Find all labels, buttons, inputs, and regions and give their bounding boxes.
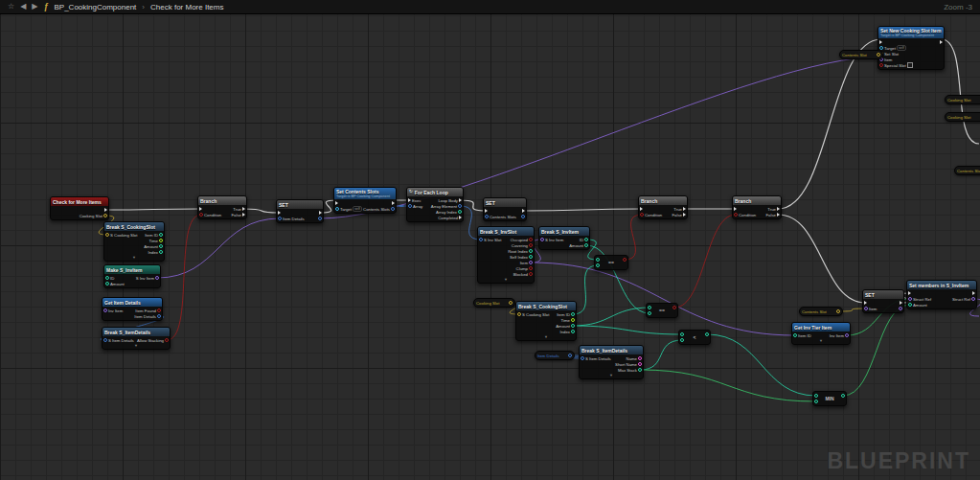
node-header[interactable]: Break S_ItemDetails bbox=[103, 328, 170, 336]
special-slot-pin[interactable] bbox=[879, 63, 883, 67]
node-header[interactable]: Branch bbox=[198, 196, 246, 205]
item-details-pin[interactable] bbox=[278, 217, 282, 220]
allow-stacking-pin[interactable] bbox=[165, 338, 169, 342]
short-name-pin[interactable] bbox=[638, 362, 642, 366]
array-index-pin[interactable] bbox=[458, 210, 462, 214]
blueprint-graph-canvas[interactable]: ☆ ◀ ▶ ƒ BP_CookingComponent › Check for … bbox=[0, 0, 980, 480]
inv-item-pin[interactable] bbox=[845, 333, 849, 337]
node-header[interactable]: Break S_CookingSlot bbox=[104, 222, 164, 231]
node-header[interactable]: Branch bbox=[733, 196, 781, 205]
node-header[interactable]: Set New Cooking Slot ItemTarget is BP Co… bbox=[878, 27, 944, 38]
collapse-arrow-icon[interactable]: ▼ bbox=[478, 278, 534, 283]
cooking-slot-pin[interactable] bbox=[103, 214, 107, 217]
id-pin[interactable] bbox=[584, 238, 588, 241]
id-pin[interactable] bbox=[105, 276, 109, 280]
node-get_item_details[interactable]: Get Item DetailsInv ItemItem FoundItem D… bbox=[102, 297, 163, 321]
clump-pin[interactable] bbox=[529, 266, 533, 270]
item-id-pin[interactable] bbox=[793, 333, 797, 337]
s-inv-item-pin[interactable] bbox=[540, 238, 544, 241]
inv-item-pin[interactable] bbox=[103, 309, 107, 312]
node-pill_contents_slot_3[interactable]: Contents Slot bbox=[799, 307, 843, 316]
exec-pin[interactable] bbox=[900, 301, 902, 305]
node-header[interactable]: Break S_InvItem bbox=[539, 227, 589, 236]
item-found-pin[interactable] bbox=[157, 309, 161, 312]
exec-pin[interactable] bbox=[392, 201, 395, 205]
node-header[interactable]: SET bbox=[277, 200, 323, 209]
item-pin[interactable] bbox=[529, 261, 533, 264]
amount-pin[interactable] bbox=[584, 243, 588, 247]
int-pin[interactable] bbox=[680, 338, 684, 342]
collapse-arrow-icon[interactable]: ▼ bbox=[792, 339, 850, 344]
exec-pin[interactable] bbox=[104, 208, 107, 212]
item-id-pin[interactable] bbox=[159, 233, 163, 237]
int-pin[interactable] bbox=[648, 311, 651, 315]
exec-pin[interactable] bbox=[485, 209, 488, 213]
breadcrumb-current[interactable]: Check for More Items bbox=[150, 3, 223, 11]
item-details-pin[interactable] bbox=[157, 314, 161, 318]
item-pin[interactable] bbox=[864, 307, 868, 310]
s-cooking-slot-pin[interactable] bbox=[517, 312, 521, 316]
node-header[interactable]: Get Inv Tier Item bbox=[792, 323, 850, 331]
true-pin[interactable] bbox=[683, 207, 686, 211]
target-pin[interactable] bbox=[335, 207, 339, 211]
exec-pin[interactable] bbox=[408, 198, 411, 202]
node-set_new_cooking_slot_item[interactable]: Set New Cooking Slot ItemTarget is BP Co… bbox=[877, 26, 945, 70]
bool-pin[interactable] bbox=[623, 258, 627, 262]
array-pin[interactable] bbox=[408, 204, 412, 208]
exec-pin[interactable] bbox=[940, 40, 943, 44]
pin-default-value[interactable]: self bbox=[353, 206, 362, 212]
node-break_item_details_1[interactable]: Break S_ItemDetailsS Item DetailsAllow S… bbox=[102, 327, 171, 350]
exec-pin[interactable] bbox=[335, 201, 338, 205]
node-break_cooking_slot_2[interactable]: Break S_CookingSlotS Cooking SlotItem ID… bbox=[515, 301, 577, 341]
int-pin[interactable] bbox=[814, 400, 818, 403]
cooking-slot-pin[interactable] bbox=[509, 301, 513, 305]
true-pin[interactable] bbox=[242, 207, 245, 211]
node-set_contents_slots[interactable]: Set Contents SlotsTarget is BP Cooking C… bbox=[333, 187, 397, 214]
node-foreach_loop[interactable]: ↻For Each LoopExecLoop BodyArrayArray El… bbox=[406, 187, 464, 222]
node-header[interactable]: Break S_ItemDetails bbox=[580, 346, 643, 354]
false-pin[interactable] bbox=[777, 213, 780, 217]
int-pin[interactable] bbox=[648, 306, 651, 309]
condition-pin[interactable] bbox=[640, 213, 644, 217]
struct-ref-pin[interactable] bbox=[971, 297, 975, 301]
exec-pin[interactable] bbox=[199, 207, 202, 211]
int-pin[interactable] bbox=[596, 258, 600, 262]
contents-slot-pin[interactable] bbox=[877, 53, 880, 57]
time-pin[interactable] bbox=[571, 318, 575, 322]
node-break_cooking_slot_1[interactable]: Break S_CookingSlotS Cooking SlotItem ID… bbox=[103, 221, 165, 262]
exec-pin[interactable] bbox=[640, 207, 643, 211]
amount-pin[interactable] bbox=[105, 282, 109, 286]
node-pill_cooking_slot_1[interactable]: Cooking Slot bbox=[473, 298, 515, 308]
s-item-details-pin[interactable] bbox=[581, 356, 584, 360]
time-pin[interactable] bbox=[159, 239, 163, 242]
s-inv-slot-pin[interactable] bbox=[479, 238, 483, 241]
max-stack-pin[interactable] bbox=[638, 368, 642, 372]
exec-pin[interactable] bbox=[278, 211, 281, 215]
collapse-arrow-icon[interactable]: ▼ bbox=[580, 374, 643, 378]
condition-pin[interactable] bbox=[199, 213, 203, 217]
int-pin[interactable] bbox=[680, 332, 684, 336]
covering-pin[interactable] bbox=[529, 243, 533, 247]
array-element-pin[interactable] bbox=[458, 204, 462, 208]
exec-pin[interactable] bbox=[908, 291, 911, 295]
node-pill_contents_slot_1[interactable]: Contents Slot bbox=[839, 50, 883, 59]
node-branch_2[interactable]: BranchTrueConditionFalse bbox=[638, 195, 688, 219]
favorite-icon[interactable]: ☆ bbox=[8, 3, 14, 11]
structb-pin[interactable] bbox=[318, 217, 322, 220]
node-pill_contents_slot_2[interactable]: Contents Slot bbox=[954, 166, 980, 175]
int-pin[interactable] bbox=[841, 394, 845, 398]
node-op_min[interactable]: MIN bbox=[812, 391, 847, 406]
node-pill_cooking_slot_3[interactable]: Cooking Slot bbox=[945, 112, 980, 122]
int-pin[interactable] bbox=[705, 332, 709, 336]
back-icon[interactable]: ◀ bbox=[20, 3, 26, 11]
node-set_item[interactable]: SETItem bbox=[862, 289, 904, 313]
self-index-pin[interactable] bbox=[529, 255, 533, 259]
true-pin[interactable] bbox=[777, 207, 780, 211]
node-set_item_details[interactable]: SETItem Details bbox=[276, 199, 324, 223]
node-header[interactable]: ↻For Each Loop bbox=[407, 188, 463, 196]
collapse-arrow-icon[interactable]: ▼ bbox=[516, 335, 576, 340]
structp-pin[interactable] bbox=[899, 307, 902, 310]
node-branch_1[interactable]: BranchTrueConditionFalse bbox=[197, 195, 247, 219]
node-branch_3[interactable]: BranchTrueConditionFalse bbox=[732, 195, 782, 219]
exec-pin[interactable] bbox=[972, 291, 975, 295]
